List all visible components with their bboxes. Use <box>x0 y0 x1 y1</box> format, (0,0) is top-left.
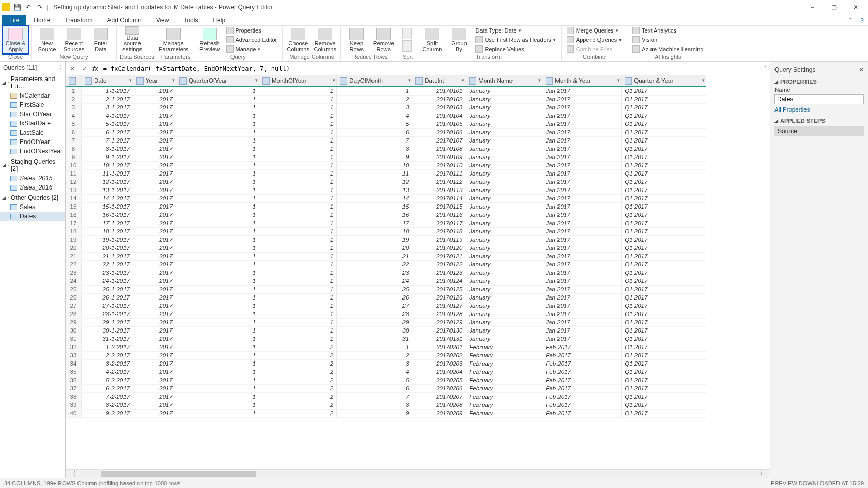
row-number[interactable]: 38 <box>66 392 82 401</box>
cell[interactable]: 19 <box>337 235 412 244</box>
col-header-date[interactable]: Date▾ <box>82 75 133 87</box>
cell[interactable]: 2 <box>259 359 336 368</box>
cell[interactable]: 20170113 <box>412 186 466 194</box>
cell[interactable]: Jan 2017 <box>542 285 622 293</box>
cell[interactable]: 1 <box>176 302 259 310</box>
cell[interactable]: Jan 2017 <box>542 136 622 145</box>
manage-parameters-button[interactable]: Manage Parameters <box>161 26 186 53</box>
row-number[interactable]: 29 <box>66 318 82 326</box>
replace-values-button[interactable]: Replace Values <box>473 45 557 54</box>
row-number[interactable]: 34 <box>66 359 82 368</box>
cell[interactable]: 31-1-2017 <box>82 335 133 343</box>
cell[interactable]: 1 <box>259 145 336 153</box>
data-type-button[interactable]: Data Type: Date ▾ <box>473 26 557 35</box>
cell[interactable]: 1 <box>259 211 336 219</box>
cell[interactable]: Feb 2017 <box>542 392 622 401</box>
cell[interactable]: 2017 <box>133 277 176 285</box>
cell[interactable]: 2017 <box>133 285 176 293</box>
col-header-month-name[interactable]: Month Name▾ <box>466 75 542 87</box>
cell[interactable]: 1 <box>259 95 336 103</box>
cell[interactable]: 1 <box>259 194 336 202</box>
cell[interactable]: 2017 <box>133 87 176 95</box>
cell[interactable]: 2017 <box>133 120 176 128</box>
cell[interactable]: 20170107 <box>412 136 466 145</box>
cell[interactable]: 1 <box>259 335 336 343</box>
cell[interactable]: 22 <box>337 260 412 269</box>
cell[interactable]: 9-2-2017 <box>82 409 133 417</box>
cell[interactable]: Jan 2017 <box>542 178 622 186</box>
table-row[interactable]: 332-2-2017201712220170202FebruaryFeb 201… <box>66 351 706 359</box>
cell[interactable]: 3-1-2017 <box>82 103 133 112</box>
addcolumn-tab[interactable]: Add Column <box>100 15 149 25</box>
redo-icon[interactable]: ↷ <box>35 3 44 12</box>
table-row[interactable]: 1111-1-20172017111120170111JanuaryJan 20… <box>66 169 706 178</box>
row-number[interactable]: 10 <box>66 161 82 169</box>
cell[interactable]: Jan 2017 <box>542 227 622 235</box>
table-row[interactable]: 2222-1-20172017112220170122JanuaryJan 20… <box>66 260 706 269</box>
cell[interactable]: 1 <box>176 384 259 392</box>
choose-columns-button[interactable]: Choose Columns <box>286 26 311 53</box>
cell[interactable]: 1 <box>176 343 259 351</box>
cell[interactable]: 1 <box>259 112 336 120</box>
row-number[interactable]: 8 <box>66 145 82 153</box>
cell[interactable]: 18-1-2017 <box>82 227 133 235</box>
cell[interactable]: 1 <box>176 202 259 211</box>
cell[interactable]: 9 <box>337 409 412 417</box>
table-row[interactable]: 1414-1-20172017111420170114JanuaryJan 20… <box>66 194 706 202</box>
table-row[interactable]: 365-2-2017201712520170205FebruaryFeb 201… <box>66 376 706 384</box>
help-tab[interactable]: Help <box>205 15 233 25</box>
cell[interactable]: January <box>466 153 542 161</box>
cell[interactable]: Q1 2017 <box>622 310 706 318</box>
enter-data-button[interactable]: Enter Data <box>88 26 113 53</box>
cell[interactable]: Q1 2017 <box>622 260 706 269</box>
cell[interactable]: February <box>466 392 542 401</box>
applied-step-source[interactable]: Source <box>774 126 864 136</box>
table-row[interactable]: 398-2-2017201712820170208FebruaryFeb 201… <box>66 401 706 409</box>
cell[interactable]: January <box>466 145 542 153</box>
col-header-dayofmonth[interactable]: DayOfMonth▾ <box>337 75 412 87</box>
cell[interactable]: 1 <box>176 359 259 368</box>
view-tab[interactable]: View <box>149 15 177 25</box>
cell[interactable]: Q1 2017 <box>622 326 706 335</box>
cell[interactable]: 20170118 <box>412 227 466 235</box>
cell[interactable]: 20170131 <box>412 335 466 343</box>
row-number[interactable]: 21 <box>66 252 82 260</box>
cell[interactable]: 1 <box>176 244 259 252</box>
cell[interactable]: 1 <box>259 293 336 302</box>
row-number[interactable]: 27 <box>66 302 82 310</box>
cell[interactable]: 1 <box>176 186 259 194</box>
cell[interactable]: 9 <box>337 153 412 161</box>
cell[interactable]: Q1 2017 <box>622 252 706 260</box>
table-row[interactable]: 99-1-2017201711920170109JanuaryJan 2017Q… <box>66 153 706 161</box>
cell[interactable]: 1 <box>176 310 259 318</box>
cell[interactable]: 1 <box>259 120 336 128</box>
cell[interactable]: Jan 2017 <box>542 235 622 244</box>
cell[interactable]: 1 <box>176 95 259 103</box>
cell[interactable]: 2017 <box>133 359 176 368</box>
cell[interactable]: 2 <box>259 392 336 401</box>
data-source-settings-button[interactable]: Data source settings <box>120 26 145 53</box>
cell[interactable]: January <box>466 178 542 186</box>
query-item-sales_2015[interactable]: Sales_2015 <box>0 174 65 183</box>
cell[interactable]: 2017 <box>133 186 176 194</box>
cell[interactable]: 30-1-2017 <box>82 326 133 335</box>
cell[interactable]: 2017 <box>133 260 176 269</box>
row-number[interactable]: 28 <box>66 310 82 318</box>
cell[interactable]: 20170128 <box>412 310 466 318</box>
cell[interactable]: 2 <box>259 351 336 359</box>
cell[interactable]: 2017 <box>133 202 176 211</box>
cell[interactable]: 2017 <box>133 351 176 359</box>
cell[interactable]: Q1 2017 <box>622 285 706 293</box>
cell[interactable]: 18 <box>337 227 412 235</box>
vision-button[interactable]: Vision <box>630 36 705 44</box>
cell[interactable]: 1 <box>176 285 259 293</box>
cell[interactable]: 2017 <box>133 392 176 401</box>
table-row[interactable]: 321-2-2017201712120170201FebruaryFeb 201… <box>66 343 706 351</box>
row-number[interactable]: 40 <box>66 409 82 417</box>
cell[interactable]: 5-2-2017 <box>82 376 133 384</box>
row-number[interactable]: 14 <box>66 194 82 202</box>
cell[interactable]: January <box>466 335 542 343</box>
cell[interactable]: 4-1-2017 <box>82 112 133 120</box>
table-row[interactable]: 2424-1-20172017112420170124JanuaryJan 20… <box>66 277 706 285</box>
cell[interactable]: Feb 2017 <box>542 384 622 392</box>
